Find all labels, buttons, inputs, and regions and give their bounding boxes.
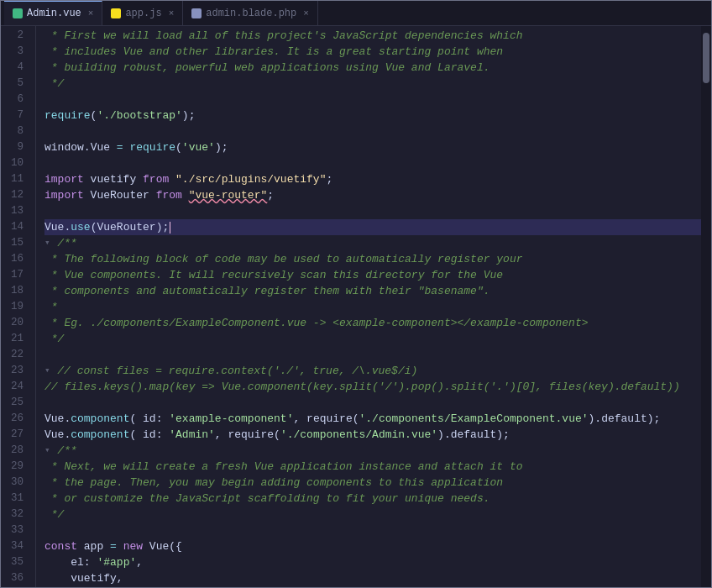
line-number-14: 14 (1, 219, 29, 235)
token: 'example-component' (169, 411, 293, 427)
code-line-6 (44, 92, 701, 108)
code-line-37: }); (44, 586, 701, 587)
vue-icon (13, 8, 23, 18)
editor-container: Admin.vue × app.js × admin.blade.php × 2… (0, 0, 712, 588)
token: Vue (44, 411, 64, 427)
token: const (44, 538, 84, 554)
tab-admin-blade[interactable]: admin.blade.php × (183, 1, 318, 25)
line-number-33: 33 (1, 522, 29, 538)
token: './components/ExampleComponent.vue' (359, 411, 589, 427)
line-number-36: 36 (1, 570, 29, 586)
token: }); (44, 586, 64, 587)
token: * The following block of code may be use… (44, 251, 523, 267)
code-line-26: Vue.component( id: 'example-component', … (44, 411, 701, 427)
token: use (71, 219, 90, 235)
token: component (71, 427, 129, 443)
tab-label-app-js: app.js (125, 8, 161, 19)
code-line-4: * building robust, powerful web applicat… (44, 60, 701, 76)
token: * First we will load all of this project… (44, 28, 523, 44)
tab-admin-vue[interactable]: Admin.vue × (4, 1, 102, 25)
token: './components/Admin.vue' (280, 427, 437, 443)
line-number-18: 18 (1, 283, 29, 299)
code-line-18: * components and automatically register … (44, 283, 701, 299)
line-number-29: 29 (1, 459, 29, 475)
php-icon (191, 8, 202, 18)
token: ( id: (129, 411, 169, 427)
fold-arrow-28[interactable]: ▾ (44, 443, 55, 459)
code-line-22 (44, 347, 701, 363)
token: * building robust, powerful web applicat… (44, 60, 490, 76)
tab-app-js[interactable]: app.js × (102, 1, 183, 25)
line-numbers: 2345678910111213141516171819202122232425… (1, 26, 36, 587)
code-line-3: * includes Vue and other libraries. It i… (44, 44, 701, 60)
code-line-7: require('./bootstrap'); (44, 108, 701, 123)
tab-close-app-js[interactable]: × (169, 8, 175, 18)
token: includes (64, 44, 116, 60)
token: import (44, 171, 91, 187)
token: ; (267, 187, 274, 203)
token: * (44, 299, 58, 315)
code-area: 2345678910111213141516171819202122232425… (1, 26, 711, 587)
fold-arrow-23[interactable]: ▾ (44, 363, 55, 379)
token: Vue and other libraries. It is a great s… (117, 44, 503, 60)
token: . (64, 427, 71, 443)
scrollbar[interactable] (701, 26, 711, 587)
token: ); (215, 139, 228, 155)
token: el: (44, 554, 97, 570)
fold-arrow-15[interactable]: ▾ (44, 235, 55, 251)
token: VueRouter (91, 187, 156, 203)
code-line-33 (44, 522, 701, 538)
line-number-16: 16 (1, 251, 29, 267)
code-line-15: ▾ /** (44, 235, 701, 251)
token: * or customize the JavaScript scaffoldin… (44, 491, 490, 507)
tab-close-admin-vue[interactable]: × (88, 8, 94, 18)
line-number-9: 9 (1, 139, 29, 155)
scrollbar-thumb[interactable] (703, 33, 709, 83)
token: "vue-router" (189, 187, 268, 203)
token: component (71, 411, 129, 427)
token: ).default); (589, 411, 661, 427)
token: = (110, 538, 123, 554)
line-number-28: 28 (1, 443, 29, 459)
token: /** (57, 443, 76, 459)
token: , require( (293, 411, 359, 427)
token: // const files = require.context('./', t… (57, 363, 417, 379)
token: ( id: (129, 427, 169, 443)
code-line-27: Vue.component( id: 'Admin', require('./c… (44, 427, 701, 443)
code-line-31: * or customize the JavaScript scaffoldin… (44, 491, 701, 507)
token: window (44, 139, 84, 155)
tab-bar: Admin.vue × app.js × admin.blade.php × (1, 1, 711, 26)
line-number-20: 20 (1, 315, 29, 331)
token: from (156, 187, 189, 203)
code-line-25 (44, 395, 701, 411)
line-number-3: 3 (1, 44, 29, 60)
line-number-12: 12 (1, 187, 29, 203)
code-line-23: ▾ // const files = require.context('./',… (44, 363, 701, 379)
token: ( (175, 139, 182, 155)
text-cursor (170, 222, 170, 234)
line-number-30: 30 (1, 475, 29, 491)
token: = (110, 139, 129, 155)
code-line-14: Vue.use(VueRouter); (44, 219, 701, 235)
token: * Next, we will create a fresh Vue appli… (44, 459, 523, 475)
code-line-24: // files.keys().map(key => Vue.component… (44, 379, 701, 395)
token: ); (182, 108, 196, 123)
code-line-12: import VueRouter from "vue-router"; (44, 187, 701, 203)
tab-label-admin-vue: Admin.vue (27, 8, 81, 19)
code-line-36: vuetify, (44, 570, 701, 586)
code-line-11: import vuetify from "./src/plugins/vueti… (44, 171, 701, 187)
token: ).default); (437, 427, 510, 443)
code-line-8 (44, 123, 701, 139)
code-line-28: ▾ /** (44, 443, 701, 459)
tab-close-admin-blade[interactable]: × (303, 8, 309, 18)
code-line-19: * (44, 299, 701, 315)
line-number-23: 23 (1, 363, 29, 379)
line-number-27: 27 (1, 427, 29, 443)
token: require (44, 108, 91, 123)
token: Vue (149, 538, 169, 554)
code-line-9: window.Vue = require('vue'); (44, 139, 701, 155)
line-number-17: 17 (1, 267, 29, 283)
line-number-19: 19 (1, 299, 29, 315)
token: '#app' (97, 554, 136, 570)
code-content[interactable]: * First we will load all of this project… (36, 26, 701, 587)
